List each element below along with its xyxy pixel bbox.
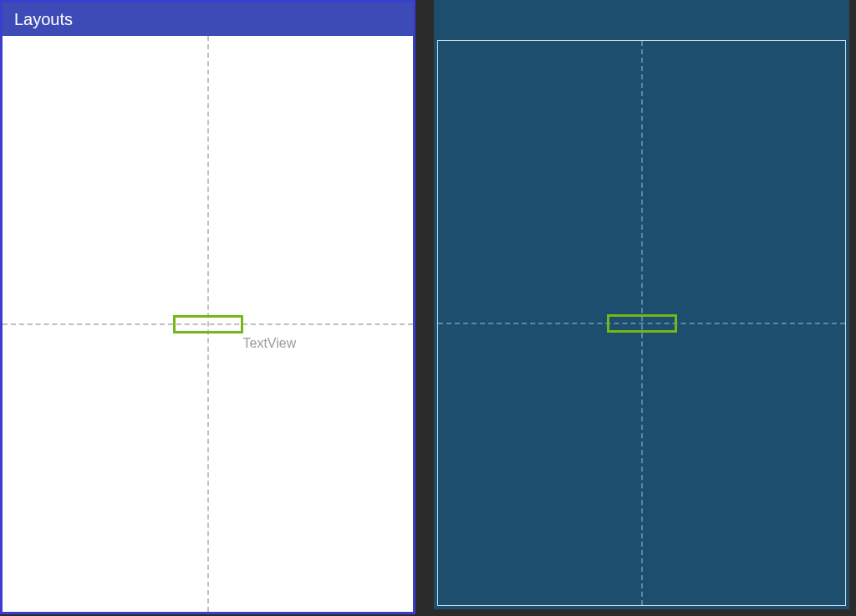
selected-textview[interactable] xyxy=(173,315,243,333)
selected-component-label: TextView xyxy=(243,336,297,351)
blueprint-outer xyxy=(434,0,849,609)
app-bar: Layouts xyxy=(3,3,413,36)
pane-divider[interactable] xyxy=(417,0,427,616)
blueprint-pane[interactable] xyxy=(427,0,856,616)
blueprint-canvas[interactable] xyxy=(437,40,846,606)
design-body[interactable]: TextView xyxy=(3,36,413,612)
blueprint-app-bar xyxy=(434,0,849,40)
design-preview-pane[interactable]: Layouts TextView xyxy=(0,0,417,616)
design-canvas[interactable]: Layouts TextView xyxy=(0,0,415,614)
app-bar-title: Layouts xyxy=(14,10,73,29)
blueprint-selected-textview[interactable] xyxy=(607,314,677,333)
